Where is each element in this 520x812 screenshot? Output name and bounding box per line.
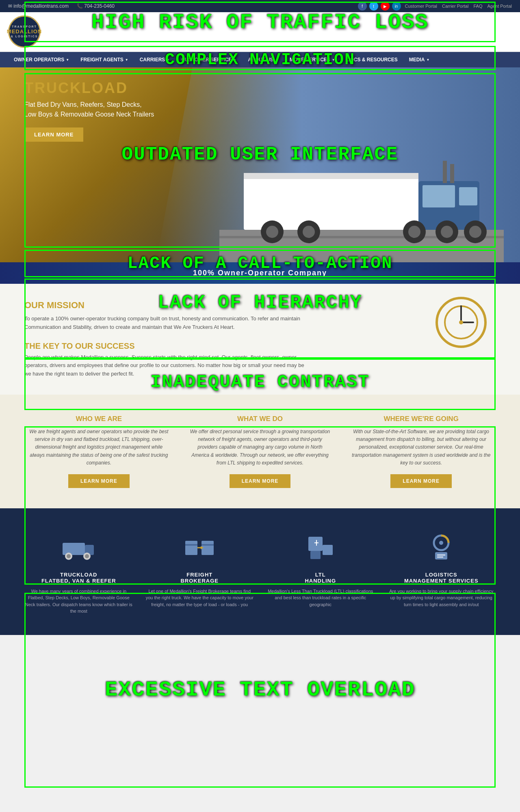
owner-operator-banner: 100% Owner-Operator Company	[0, 262, 520, 284]
svg-point-10	[303, 226, 315, 238]
where-going-title: WHERE WE'RE GOING	[351, 415, 492, 423]
carrier-portal-link[interactable]: Carrier Portal	[442, 4, 468, 9]
nav-about-us[interactable]: ABOUT US ▼	[242, 52, 284, 67]
mission-section: OUR MISSION To operate a 100% owner-oper…	[0, 284, 520, 395]
email-info: ✉ info@medalliontrans.com	[8, 3, 69, 9]
svg-rect-29	[202, 541, 214, 555]
hero-subtitle: Flat Bed Dry Vans, Reefers, Step Decks, …	[24, 100, 154, 119]
what-we-do-title: WHAT WE DO	[190, 415, 331, 423]
ltl-card: LTLHANDLING Medallion's Less Than Truckl…	[266, 529, 375, 615]
logistics-card: LOGISTICSMANAGEMENT SERVICES Are you wor…	[387, 529, 496, 615]
freight-brokerage-icon	[181, 529, 218, 565]
who-we-are-text: We are freight agents and owner operator…	[28, 428, 169, 467]
svg-rect-41	[435, 552, 447, 559]
where-going-card: WHERE WE'RE GOING With our State-of-the-…	[347, 411, 496, 492]
nav-docs-resources[interactable]: DOCS & RESOURCES	[341, 52, 403, 67]
ltl-icon	[302, 529, 339, 565]
faq-link[interactable]: FAQ	[473, 4, 482, 9]
svg-rect-6	[459, 187, 477, 205]
portal-links: Customer Portal Carrier Portal FAQ Agent…	[405, 4, 512, 9]
freight-brokerage-text: Let one of Medallion's Freight Brokerage…	[145, 588, 254, 608]
facebook-icon[interactable]: f	[358, 2, 367, 11]
logo: TRANSPORT MEDALLION & LOGISTICS	[8, 15, 41, 48]
mission-text: To operate a 100% owner-operator truckin…	[24, 315, 307, 332]
logistics-icon	[423, 529, 459, 565]
phone-info: 📞 704-235-0460	[77, 3, 115, 9]
logo-text: TRANSPORT MEDALLION & LOGISTICS	[7, 25, 42, 38]
truck-illustration	[219, 92, 504, 262]
hero-section: TRUCKLOAD Flat Bed Dry Vans, Reefers, St…	[0, 67, 520, 262]
logo-area: TRANSPORT MEDALLION & LOGISTICS	[8, 15, 41, 48]
top-right: f t ▶ in Customer Portal Carrier Portal …	[358, 2, 512, 11]
svg-rect-30	[185, 544, 197, 546]
banner-text: 100% Owner-Operator Company	[193, 269, 327, 277]
nav-owner-operators[interactable]: OWNER OPERATORS ▼	[8, 52, 75, 67]
learn-more-button[interactable]: LEARN MORE	[24, 127, 83, 142]
where-going-text: With our State-of-the-Art Software, we a…	[351, 428, 492, 467]
hero-title: TRUCKLOAD	[24, 80, 154, 97]
svg-point-8	[266, 226, 278, 238]
svg-rect-17	[443, 161, 447, 183]
freight-brokerage-title: FREIGHTBROKERAGE	[145, 572, 254, 584]
top-bar: ✉ info@medalliontrans.com 📞 704-235-0460…	[0, 0, 520, 12]
freight-brokerage-card: FREIGHTBROKERAGE Let one of Medallion's …	[145, 529, 254, 615]
truckload-text: We have many years of combined experienc…	[24, 588, 133, 615]
dropdown-arrow: ▼	[66, 58, 69, 62]
dropdown-arrow: ▼	[167, 58, 170, 62]
what-learn-more-button[interactable]: LEARN MORE	[230, 474, 291, 488]
customer-portal-link[interactable]: Customer Portal	[405, 4, 437, 9]
svg-rect-18	[450, 164, 454, 183]
dropdown-arrow: ▼	[426, 58, 429, 62]
mission-title: OUR MISSION	[24, 300, 496, 311]
svg-point-14	[441, 226, 453, 238]
success-title: THE KEY TO OUR SUCCESS	[24, 341, 496, 351]
nav-carriers[interactable]: CARRIERS ▼	[134, 52, 176, 67]
nav-customer-service[interactable]: CUSTOMER SERVICE ▼	[176, 52, 242, 67]
who-we-are-card: WHO WE ARE We are freight agents and own…	[24, 411, 173, 492]
nav-more-services[interactable]: MORE SERVICES ▼	[284, 52, 341, 67]
truckload-card: TRUCKLOADFLATBED, VAN & REEFER We have m…	[24, 529, 133, 615]
what-we-do-card: WHAT WE DO We offer direct personal serv…	[186, 411, 335, 492]
svg-point-40	[439, 541, 443, 545]
mission-icon	[435, 296, 488, 349]
ltl-text: Medallion's Less Than Truckload (LTL) cl…	[266, 588, 375, 608]
logistics-title: LOGISTICSMANAGEMENT SERVICES	[387, 572, 496, 584]
truckload-title: TRUCKLOADFLATBED, VAN & REEFER	[24, 572, 133, 584]
svg-point-12	[408, 226, 420, 238]
contact-info: ✉ info@medalliontrans.com 📞 704-235-0460	[8, 3, 115, 9]
where-learn-more-button[interactable]: LEARN MORE	[390, 474, 452, 488]
dropdown-arrow: ▼	[332, 58, 335, 62]
youtube-icon[interactable]: ▶	[381, 2, 390, 11]
svg-rect-35	[310, 551, 321, 559]
svg-point-21	[459, 320, 463, 324]
dropdown-arrow: ▼	[275, 58, 278, 62]
svg-rect-31	[202, 544, 214, 546]
svg-rect-22	[63, 543, 85, 555]
who-learn-more-button[interactable]: LEARN MORE	[68, 474, 130, 488]
three-col-section: WHO WE ARE We are freight agents and own…	[0, 395, 520, 508]
svg-point-16	[469, 226, 481, 238]
svg-rect-34	[308, 537, 323, 551]
svg-point-25	[67, 554, 71, 558]
what-we-do-text: We offer direct personal service through…	[190, 428, 331, 467]
nav-media[interactable]: MEDIA ▼	[403, 52, 436, 67]
svg-rect-5	[422, 185, 455, 207]
who-we-are-title: WHO WE ARE	[28, 415, 169, 423]
dropdown-arrow: ▼	[233, 58, 236, 62]
ltl-title: LTLHANDLING	[266, 572, 375, 584]
nav-freight-agents[interactable]: FREIGHT AGENTS ▼	[75, 52, 134, 67]
svg-rect-3	[244, 173, 418, 179]
hero-content: TRUCKLOAD Flat Bed Dry Vans, Reefers, St…	[24, 80, 154, 142]
dropdown-arrow: ▼	[125, 58, 128, 62]
services-section: TRUCKLOADFLATBED, VAN & REEFER We have m…	[0, 508, 520, 635]
svg-point-27	[85, 554, 89, 558]
agent-portal-link[interactable]: Agent Portal	[487, 4, 512, 9]
header: TRANSPORT MEDALLION & LOGISTICS	[0, 12, 520, 52]
svg-rect-28	[185, 541, 197, 555]
truckload-icon	[61, 529, 97, 565]
twitter-icon[interactable]: t	[369, 2, 378, 11]
social-icons: f t ▶ in	[358, 2, 401, 11]
svg-rect-36	[323, 545, 333, 555]
excessive-text-label: EXCESSIVE TEXT OVERLOAD	[105, 678, 415, 702]
linkedin-icon[interactable]: in	[392, 2, 401, 11]
